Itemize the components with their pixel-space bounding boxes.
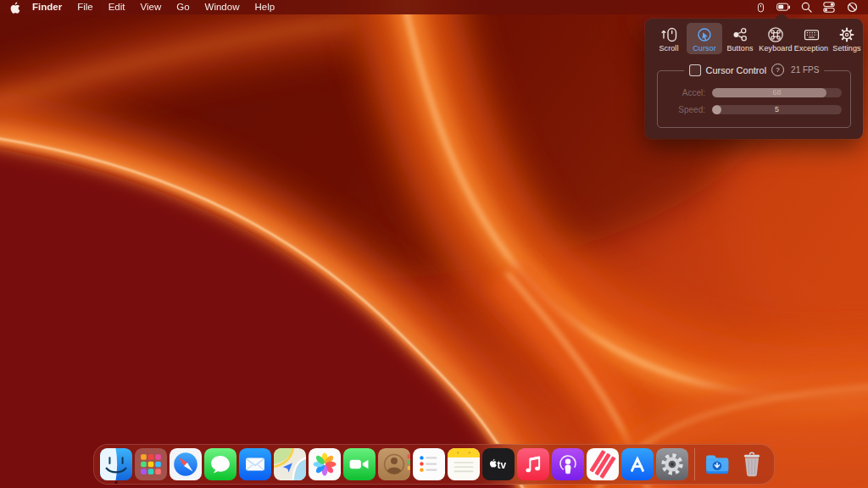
messages-icon [204, 448, 236, 480]
tab-settings-label: Settings [832, 44, 860, 53]
apple-menu[interactable] [9, 1, 25, 14]
dock-item-safari[interactable] [170, 448, 202, 480]
dock-item-finder[interactable] [100, 448, 132, 480]
menu-item-view[interactable]: View [133, 0, 170, 14]
dock-item-downloads[interactable] [701, 448, 733, 480]
tab-buttons[interactable]: Buttons [722, 23, 758, 54]
app-menu-title[interactable]: Finder [25, 0, 70, 14]
dock-item-maps[interactable] [274, 448, 306, 480]
tab-scroll[interactable]: Scroll [651, 23, 687, 54]
dock-item-system-settings[interactable] [656, 448, 688, 480]
launchpad-icon [135, 448, 167, 480]
contacts-icon [378, 448, 410, 480]
tab-buttons-label: Buttons [726, 44, 753, 53]
command-circle-icon [767, 26, 784, 43]
menu-item-file[interactable]: File [70, 0, 101, 14]
cursor-control-legend: Cursor Control ? 21 FPS [684, 64, 825, 76]
tab-scroll-label: Scroll [659, 44, 678, 53]
speed-row: Speed: 5 [666, 105, 842, 114]
scroll-mouse-icon [660, 26, 678, 43]
dock-item-trash[interactable] [736, 448, 768, 480]
do-not-disturb-icon[interactable] [844, 0, 860, 14]
dock-item-facetime[interactable] [343, 448, 376, 480]
dock-item-notes[interactable] [448, 448, 480, 480]
dock-item-music[interactable] [517, 448, 549, 480]
dock-item-messages[interactable] [204, 448, 236, 480]
tab-keyboard-label: Keyboard [759, 44, 792, 53]
menu-item-window[interactable]: Window [198, 0, 248, 14]
menu-bar: Finder File Edit View Go Window Help [0, 0, 868, 14]
dock-item-contacts[interactable] [378, 448, 410, 480]
dock-divider [694, 448, 695, 480]
desktop: Finder File Edit View Go Window Help [0, 0, 868, 488]
gear-icon [838, 26, 855, 43]
trash-icon [736, 448, 768, 480]
news-icon [587, 448, 619, 480]
keyboard-grid-icon [803, 26, 821, 43]
mail-icon [239, 448, 271, 480]
control-center-icon[interactable] [821, 0, 837, 14]
help-icon[interactable]: ? [771, 64, 784, 76]
cursor-click-icon [696, 26, 713, 43]
accel-row: Accel: 68 [666, 88, 842, 97]
photos-icon [309, 448, 341, 480]
maps-icon [274, 448, 306, 480]
system-settings-icon [656, 448, 688, 480]
dock-item-reminders[interactable] [413, 448, 445, 480]
dock-item-tv[interactable]: tv [482, 448, 515, 480]
menu-item-go[interactable]: Go [169, 0, 197, 14]
tab-cursor-label: Cursor [693, 44, 716, 53]
facetime-icon [343, 448, 376, 480]
menu-item-edit[interactable]: Edit [101, 0, 133, 14]
cursor-control-checkbox[interactable] [689, 64, 701, 76]
menu-item-help[interactable]: Help [247, 0, 282, 14]
speed-slider[interactable]: 5 [712, 105, 842, 114]
dock: tv [93, 444, 775, 485]
spotlight-search-icon[interactable] [798, 0, 814, 14]
tab-keyboard[interactable]: Keyboard [758, 23, 793, 54]
dock-item-appstore[interactable] [621, 448, 654, 480]
finder-icon [100, 448, 132, 480]
downloads-folder-icon [701, 448, 733, 480]
tab-exception-label: Exception [794, 44, 828, 53]
popover-tab-bar: Scroll Cursor Buttons [645, 19, 863, 57]
speed-label: Speed: [666, 105, 705, 114]
notes-icon [448, 448, 480, 480]
tv-icon: tv [482, 448, 515, 480]
speed-value: 5 [712, 105, 842, 114]
dock-item-mail[interactable] [239, 448, 271, 480]
tab-exception[interactable]: Exception [793, 23, 829, 54]
tab-cursor[interactable]: Cursor [687, 23, 722, 54]
cursor-control-group: Cursor Control ? 21 FPS Accel: 68 Speed:… [657, 70, 851, 128]
tab-settings[interactable]: Settings [829, 23, 865, 54]
reminders-icon [413, 448, 445, 480]
safari-icon [170, 448, 202, 480]
dock-item-podcasts[interactable] [552, 448, 584, 480]
mouse-utility-popover: Scroll Cursor Buttons [645, 19, 863, 139]
apple-logo-icon [9, 1, 20, 14]
mouse-icon[interactable] [753, 0, 768, 14]
dock-item-news[interactable] [587, 448, 619, 480]
cursor-control-label: Cursor Control [706, 65, 767, 75]
accel-value: 68 [712, 88, 842, 97]
podcasts-icon [552, 448, 584, 480]
music-icon [517, 448, 549, 480]
dock-item-launchpad[interactable] [135, 448, 167, 480]
fps-value: 21 FPS [791, 65, 819, 75]
svg-text:tv: tv [498, 459, 507, 471]
app-store-icon [621, 448, 654, 480]
accel-label: Accel: [666, 88, 705, 97]
accel-slider[interactable]: 68 [712, 88, 842, 97]
buttons-nodes-icon [732, 26, 748, 43]
battery-icon[interactable] [776, 0, 791, 14]
dock-item-photos[interactable] [309, 448, 341, 480]
